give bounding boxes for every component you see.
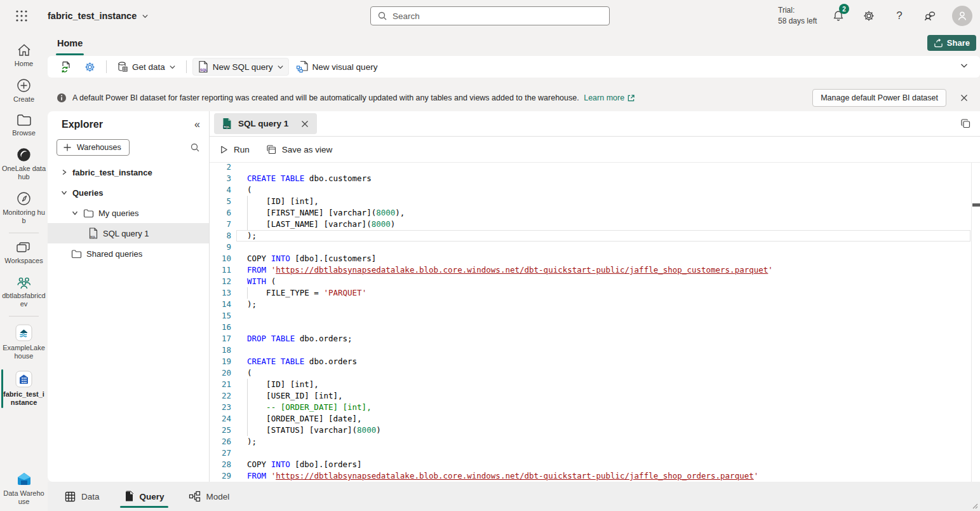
banner-close-icon[interactable] — [960, 93, 969, 102]
lakehouse-tile-icon — [15, 324, 32, 341]
tree-item-fabric-test-instance[interactable]: fabric_test_instance — [48, 162, 209, 182]
code-line-9: 9 — [210, 242, 971, 253]
toolbar-divider — [106, 60, 107, 73]
tree-item-label: Queries — [72, 188, 103, 198]
nav-item-workspaces[interactable]: Workspaces — [0, 236, 48, 270]
code-line-25: 25 [STATUS] [varchar](8000) — [210, 425, 971, 436]
view-switcher-bar: Data Query Model — [48, 482, 980, 511]
code-line-15: 15 — [210, 310, 971, 322]
nav-item-home[interactable]: Home — [0, 38, 48, 73]
nav-item-dbtlabsfabricdev[interactable]: dbtlabsfabricdev — [0, 270, 48, 313]
scrollbar-cursor-marker — [972, 203, 980, 207]
refresh-button[interactable] — [55, 58, 77, 76]
line-number: 10 — [210, 253, 231, 264]
nav-item-data-warehouse[interactable]: Data Warehouse — [0, 466, 48, 511]
tree-item-my-queries[interactable]: My queries — [48, 203, 209, 223]
nav-item-label: OneLake data hub — [2, 165, 46, 181]
code-line-5: 5 [ID] [int], — [210, 196, 971, 207]
tree-item-shared-queries[interactable]: Shared queries — [48, 243, 209, 264]
tree-item-sql-query-1[interactable]: SQL SQL query 1 — [48, 223, 209, 243]
svg-text:SQL: SQL — [90, 235, 96, 238]
help-button[interactable]: ? — [892, 8, 907, 24]
chevron-down-icon — [169, 64, 176, 71]
resize-grip[interactable] — [971, 502, 978, 509]
view-tab-label: Query — [140, 492, 164, 501]
share-icon — [934, 38, 943, 48]
tab-home[interactable]: Home — [52, 32, 88, 54]
code-line-20: 20( — [210, 367, 971, 379]
new-sql-query-button[interactable]: SQL New SQL query — [192, 58, 289, 76]
chevron-down-icon — [60, 189, 68, 196]
search-icon — [377, 11, 387, 21]
code-text: ); — [247, 299, 257, 310]
new-visual-query-button[interactable]: New visual query — [292, 58, 382, 76]
view-tab-model[interactable]: Model — [187, 482, 231, 511]
tab-sql-query-1[interactable]: SQL SQL query 1 — [214, 113, 317, 134]
nav-item-onelake-data-hub[interactable]: OneLake data hub — [0, 142, 48, 186]
warehouse-settings-button[interactable] — [79, 58, 100, 76]
folder-icon — [83, 208, 94, 218]
run-button[interactable]: Run — [219, 145, 250, 154]
add-warehouses-button[interactable]: Warehouses — [57, 139, 130, 156]
line-number: 29 — [210, 470, 231, 482]
active-tab-underline — [56, 53, 84, 55]
code-line-7: 7 [LAST_NAME] [varchar](8000) — [210, 219, 971, 230]
query-editor-area: SQL SQL query 1 Run Save as view 23CREAT… — [210, 111, 980, 482]
code-line-3: 3CREATE TABLE dbo.customers — [210, 173, 971, 184]
manage-default-dataset-button[interactable]: Manage default Power BI dataset — [812, 89, 946, 107]
explorer-search-icon[interactable] — [190, 142, 200, 153]
info-banner: A default Power BI dataset for faster re… — [48, 85, 980, 111]
sql-code-editor[interactable]: 23CREATE TABLE dbo.customers4(5 [ID] [in… — [210, 163, 980, 482]
tree-item-label: SQL query 1 — [103, 229, 149, 238]
nav-item-monitoring-hub[interactable]: Monitoring hub — [0, 186, 48, 230]
ribbon-collapse-chevron-icon[interactable] — [960, 61, 969, 70]
nav-item-browse[interactable]: Browse — [0, 109, 48, 142]
code-line-29: 29FROM 'https://dbtlabsynapsedatalake.bl… — [210, 470, 971, 482]
tab-close-icon[interactable] — [300, 119, 309, 128]
code-line-11: 11FROM 'https://dbtlabsynapsedatalake.bl… — [210, 264, 971, 276]
account-avatar[interactable] — [952, 6, 972, 26]
code-text: FROM 'https://dbtlabsynapsedatalake.blob… — [247, 470, 758, 482]
code-line-23: 23 -- [ORDER_DATE] [int], — [210, 402, 971, 413]
workspace-people-icon — [16, 275, 32, 289]
code-line-28: 28COPY INTO [dbo].[orders] — [210, 459, 971, 470]
editor-scrollbar[interactable] — [971, 163, 980, 482]
view-tab-query[interactable]: Query — [123, 482, 166, 511]
code-text: DROP TABLE dbo.orders; — [247, 333, 352, 344]
nav-item-label: Workspaces — [4, 257, 43, 265]
search-input[interactable] — [393, 11, 603, 21]
nav-item-create[interactable]: Create — [0, 73, 48, 109]
learn-more-link[interactable]: Learn more — [584, 93, 635, 102]
model-icon — [189, 491, 201, 503]
save-as-view-button[interactable]: Save as view — [266, 144, 333, 155]
collapse-panel-icon[interactable]: « — [194, 119, 200, 130]
workspace-name: fabric_test_instance — [48, 11, 137, 21]
get-data-button[interactable]: Get data — [112, 58, 180, 76]
feedback-button[interactable] — [922, 8, 937, 24]
nav-item-fabric-test-instance[interactable]: fabric_test_instance — [0, 365, 48, 412]
workspace-switcher[interactable]: fabric_test_instance — [48, 0, 149, 32]
line-number: 2 — [210, 163, 231, 173]
code-line-19: 19CREATE TABLE dbo.orders — [210, 356, 971, 367]
app-launcher-icon[interactable] — [15, 9, 29, 23]
code-text: [USER_ID] [int], — [247, 390, 343, 402]
code-line-8: 8); — [210, 230, 971, 242]
nav-divider — [9, 316, 39, 317]
copy-icon[interactable] — [960, 118, 971, 129]
code-text: ( — [247, 367, 252, 379]
share-button[interactable]: Share — [927, 35, 976, 51]
settings-button[interactable] — [861, 8, 876, 24]
line-number: 24 — [210, 413, 231, 425]
sql-file-green-icon: SQL — [222, 118, 232, 130]
view-tab-data[interactable]: Data — [64, 482, 101, 511]
code-text: FILE_TYPE = 'PARQUET' — [247, 287, 366, 299]
tree-item-label: fabric_test_instance — [72, 168, 152, 177]
sql-file-outline-icon: SQL — [88, 228, 98, 239]
plus-icon — [63, 143, 72, 152]
notifications-button[interactable]: 2 — [831, 8, 846, 24]
tree-item-queries[interactable]: Queries — [48, 182, 209, 203]
nav-item-examplelakehouse[interactable]: ExampleLakehouse — [0, 319, 48, 365]
code-text: WITH ( — [247, 276, 276, 287]
code-text: COPY INTO [dbo].[customers] — [247, 253, 376, 264]
line-number: 11 — [210, 264, 231, 276]
